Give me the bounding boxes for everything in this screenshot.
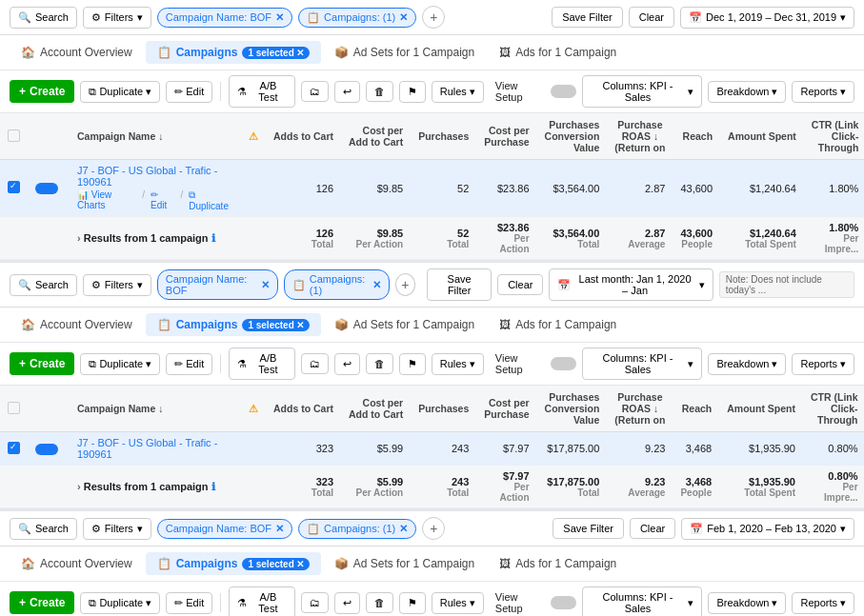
view-setup-toggle[interactable]: [551, 596, 576, 609]
chevron-icon[interactable]: ›: [77, 481, 81, 492]
clear-button[interactable]: Clear: [629, 7, 674, 28]
th-purchases-conversion-value[interactable]: PurchasesConversionValue: [537, 113, 608, 160]
edit-button[interactable]: ✏ Edit: [166, 81, 212, 103]
rules-button[interactable]: Rules ▾: [432, 81, 484, 103]
archive-button[interactable]: 🗂: [301, 353, 329, 374]
th-purchases-conversion-value[interactable]: PurchasesConversionValue: [537, 386, 608, 432]
rules-button[interactable]: Rules ▾: [432, 592, 484, 614]
undo-button[interactable]: ↩: [334, 81, 360, 103]
th-cost-per-add[interactable]: Cost perAdd to Cart: [341, 386, 411, 432]
th-purchases[interactable]: Purchases: [411, 113, 476, 160]
create-button[interactable]: + Create: [10, 80, 74, 103]
clear-button[interactable]: Clear: [630, 518, 675, 539]
campaign-name-filter-tag[interactable]: Campaign Name: BOF ✕: [157, 8, 292, 28]
tab-3[interactable]: 🖼 Ads for 1 Campaign: [488, 552, 628, 575]
tab-3[interactable]: 🖼 Ads for 1 Campaign: [488, 313, 628, 336]
th-purchase-roas[interactable]: PurchaseROAS ↓(Return on: [607, 113, 673, 160]
tab-1[interactable]: 📋 Campaigns 1 selected ✕: [146, 313, 321, 336]
tab-0[interactable]: 🏠 Account Overview: [10, 313, 144, 336]
columns-button[interactable]: Columns: KPI - Sales ▾: [582, 586, 703, 616]
tab-2[interactable]: 📦 Ad Sets for 1 Campaign: [323, 313, 486, 336]
remove-tag2-icon[interactable]: ✕: [399, 11, 408, 24]
campaigns-filter-tag[interactable]: 📋 Campaigns: (1) ✕: [284, 269, 390, 300]
search-button[interactable]: 🔍 Search: [10, 518, 77, 540]
flag-button[interactable]: ⚑: [399, 81, 426, 103]
clear-button[interactable]: Clear: [497, 274, 543, 295]
th-checkbox[interactable]: [0, 113, 28, 160]
th-amount-spent[interactable]: Amount Spent: [719, 386, 803, 432]
header-checkbox[interactable]: [8, 402, 20, 414]
chevron-icon[interactable]: ›: [77, 232, 81, 244]
checkbox-checked[interactable]: [8, 442, 20, 454]
edit-button[interactable]: ✏ Edit: [166, 592, 212, 614]
flag-button[interactable]: ⚑: [399, 353, 426, 375]
reports-button[interactable]: Reports ▾: [792, 81, 854, 103]
th-ctr[interactable]: CTR (LinkClick-Through: [803, 386, 864, 432]
th-ctr[interactable]: CTR (LinkClick-Through: [804, 113, 864, 160]
tab-2[interactable]: 📦 Ad Sets for 1 Campaign: [323, 41, 486, 64]
search-button[interactable]: 🔍 Search: [10, 7, 77, 29]
delete-button[interactable]: 🗑: [366, 81, 393, 102]
breakdown-button[interactable]: Breakdown ▾: [708, 353, 786, 375]
reports-button[interactable]: Reports ▾: [792, 353, 854, 375]
th-cost-per-purchase[interactable]: Cost perPurchase: [476, 113, 536, 160]
th-purchases[interactable]: Purchases: [411, 386, 476, 432]
columns-button[interactable]: Columns: KPI - Sales ▾: [582, 348, 703, 380]
breakdown-button[interactable]: Breakdown ▾: [708, 81, 786, 103]
tab-1[interactable]: 📋 Campaigns 1 selected ✕: [146, 41, 321, 64]
th-reach[interactable]: Reach: [673, 113, 720, 160]
save-filter-button[interactable]: Save Filter: [553, 518, 624, 539]
view-charts-link[interactable]: 📊 View Charts: [77, 189, 136, 211]
th-cost-per-purchase[interactable]: Cost perPurchase: [476, 386, 536, 432]
filters-button[interactable]: ⚙ Filters ▾: [83, 518, 151, 540]
th-reach[interactable]: Reach: [673, 386, 719, 432]
th-campaign-name[interactable]: Campaign Name ↓: [70, 113, 241, 160]
rules-button[interactable]: Rules ▾: [432, 353, 484, 375]
th-checkbox[interactable]: [0, 386, 28, 432]
breakdown-button[interactable]: Breakdown ▾: [708, 592, 786, 614]
duplicate-button[interactable]: ⧉ Duplicate ▾: [80, 592, 160, 614]
campaign-toggle[interactable]: [35, 444, 58, 455]
save-filter-button[interactable]: Save Filter: [552, 7, 623, 28]
remove-tag1-icon[interactable]: ✕: [261, 279, 270, 291]
duplicate-link[interactable]: ⧉ Duplicate: [189, 189, 233, 211]
deselect-icon[interactable]: ✕: [296, 320, 304, 330]
campaign-toggle[interactable]: [35, 183, 58, 194]
search-button[interactable]: 🔍 Search: [10, 274, 77, 296]
row-checkbox[interactable]: [0, 432, 28, 466]
save-filter-button[interactable]: Save Filter: [427, 268, 492, 301]
row-checkbox[interactable]: [0, 160, 28, 217]
view-setup-toggle[interactable]: [551, 357, 576, 370]
create-button[interactable]: + Create: [10, 591, 74, 614]
undo-button[interactable]: ↩: [334, 592, 360, 614]
th-amount-spent[interactable]: Amount Spent: [720, 113, 804, 160]
ab-test-button[interactable]: ⚗ A/B Test: [229, 348, 295, 380]
th-campaign-name[interactable]: Campaign Name ↓: [70, 386, 241, 432]
tab-1[interactable]: 📋 Campaigns 1 selected ✕: [146, 552, 321, 575]
row-toggle[interactable]: [28, 160, 70, 217]
add-filter-button[interactable]: +: [422, 517, 445, 540]
flag-button[interactable]: ⚑: [399, 592, 426, 614]
duplicate-button[interactable]: ⧉ Duplicate ▾: [80, 81, 160, 103]
deselect-icon[interactable]: ✕: [296, 48, 304, 58]
filters-button[interactable]: ⚙ Filters ▾: [83, 7, 151, 29]
th-purchase-roas[interactable]: PurchaseROAS ↓(Return on: [607, 386, 673, 432]
ab-test-button[interactable]: ⚗ A/B Test: [229, 586, 295, 616]
campaign-name-filter-tag[interactable]: Campaign Name: BOF ✕: [157, 269, 278, 300]
tab-0[interactable]: 🏠 Account Overview: [10, 41, 144, 64]
edit-link[interactable]: ✏ Edit: [151, 189, 174, 211]
ab-test-button[interactable]: ⚗ A/B Test: [229, 75, 295, 108]
campaigns-filter-tag[interactable]: 📋 Campaigns: (1) ✕: [298, 8, 416, 28]
remove-tag1-icon[interactable]: ✕: [275, 523, 284, 535]
campaign-name-link[interactable]: J7 - BOF - US Global - Trafic - 190961: [77, 165, 217, 188]
create-button[interactable]: + Create: [10, 352, 74, 375]
checkbox-checked[interactable]: [8, 181, 20, 193]
add-filter-button[interactable]: +: [395, 273, 415, 296]
tab-3[interactable]: 🖼 Ads for 1 Campaign: [488, 41, 628, 64]
th-adds-to-cart[interactable]: Adds to Cart: [266, 386, 341, 432]
deselect-icon[interactable]: ✕: [296, 559, 304, 569]
view-setup-toggle[interactable]: [551, 85, 576, 98]
edit-button[interactable]: ✏ Edit: [166, 353, 212, 375]
campaign-name-filter-tag[interactable]: Campaign Name: BOF ✕: [157, 519, 292, 539]
archive-button[interactable]: 🗂: [301, 81, 329, 102]
